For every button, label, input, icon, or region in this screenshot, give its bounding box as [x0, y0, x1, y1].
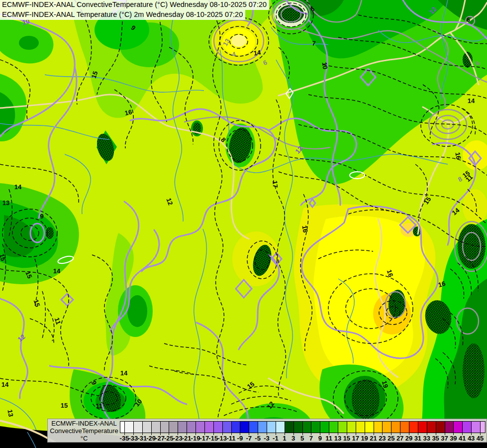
colorbar-cell	[374, 422, 383, 433]
colorbar-cell	[391, 422, 400, 433]
colorbar-cell	[205, 422, 214, 433]
colorbar-tick-label: -7	[246, 435, 252, 442]
title-block: ECMWF-INDEX-ANAL ConvectiveTemperature (…	[0, 0, 269, 20]
colorbar-tick-label: 33	[423, 435, 430, 442]
colorbar-cell	[143, 422, 152, 433]
legend-panel: ECMWF-INDEX-ANAL ConvectiveTemperature °…	[47, 419, 487, 443]
colorbar-tick-label: 9	[318, 435, 322, 442]
colorbar-cell	[267, 422, 276, 433]
colorbar-tick-label: -9	[237, 435, 243, 442]
colorbar-cell	[214, 422, 223, 433]
contour-map-canvas	[0, 0, 487, 448]
colorbar-cell	[409, 422, 418, 433]
colorbar-tick-label: -19	[191, 435, 200, 442]
colorbar-cell	[329, 422, 338, 433]
colorbar-cell	[169, 422, 178, 433]
colorbar-tick-label: 27	[396, 435, 403, 442]
colorbar-tick-label: 43	[468, 435, 475, 442]
colorbar-tick-label: 17	[352, 435, 359, 442]
colorbar-cell	[232, 422, 241, 433]
colorbar-tick-label: 35	[432, 435, 439, 442]
colorbar-cell	[454, 422, 463, 433]
colorbar-tick-label: 23	[379, 435, 386, 442]
colorbar-tick-label: -3	[264, 435, 270, 442]
colorbar-tick-label: -27	[155, 435, 165, 442]
colorbar-tick-label: -33	[128, 435, 138, 442]
colorbar-cell	[383, 422, 391, 433]
colorbar-tick-label: -1	[273, 435, 279, 442]
colorbar-tick-label: 15	[343, 435, 350, 442]
colorbar-cell	[134, 422, 143, 433]
colorbar	[120, 421, 486, 433]
colorbar-tick-label: 1	[283, 435, 286, 442]
colorbar-cell	[276, 422, 285, 433]
colorbar-cell	[152, 422, 161, 433]
colorbar-cell	[338, 422, 347, 433]
weather-map-screen: 1591610106766141513146417161212161411151…	[0, 0, 487, 448]
colorbar-tick-label: 21	[370, 435, 377, 442]
colorbar-cell	[178, 422, 187, 433]
colorbar-tick-label: -15	[208, 435, 218, 442]
colorbar-tick-label: 39	[450, 435, 457, 442]
legend-model-name: ECMWF-INDEX-ANAL	[48, 420, 120, 427]
colorbar-cell	[303, 422, 312, 433]
colorbar-tick-label: 45	[477, 435, 484, 442]
colorbar-cell	[365, 422, 374, 433]
colorbar-tick-label: -5	[255, 435, 261, 442]
colorbar-cell	[436, 422, 445, 433]
colorbar-tick-label: 13	[334, 435, 341, 442]
colorbar-cell	[463, 422, 472, 433]
legend-unit: °C	[48, 435, 120, 442]
colorbar-tick-label: -23	[173, 435, 183, 442]
colorbar-tick-label: -35	[120, 435, 129, 442]
colorbar-tick-label: -17	[199, 435, 209, 442]
colorbar-tick-label: 37	[441, 435, 448, 442]
colorbar-cell	[311, 422, 320, 433]
colorbar-tick-label: 41	[459, 435, 466, 442]
colorbar-tick-label: -11	[226, 435, 235, 442]
colorbar-tick-label: -31	[137, 435, 147, 442]
colorbar-cell	[125, 422, 134, 433]
colorbar-cell	[427, 422, 436, 433]
colorbar-cell	[400, 422, 409, 433]
colorbar-cell	[472, 422, 481, 433]
colorbar-tick-label: 7	[309, 435, 313, 442]
colorbar-tick-label: 29	[405, 435, 412, 442]
colorbar-cell	[223, 422, 232, 433]
colorbar-cell	[161, 422, 170, 433]
colorbar-cell	[445, 422, 454, 433]
colorbar-tick-label: 31	[414, 435, 421, 442]
title-line-convective: ECMWF-INDEX-ANAL ConvectiveTemperature (…	[0, 0, 269, 10]
colorbar-cell	[356, 422, 365, 433]
colorbar-cell	[240, 422, 249, 433]
colorbar-tick-label: 5	[300, 435, 304, 442]
colorbar-cell	[249, 422, 258, 433]
colorbar-tick-label: 11	[325, 435, 332, 442]
colorbar-cell	[294, 422, 303, 433]
colorbar-cell	[347, 422, 356, 433]
colorbar-tick-label: -13	[217, 435, 227, 442]
title-line-temperature-2m: ECMWF-INDEX-ANAL Temperature (°C) 2m Wed…	[0, 10, 245, 20]
colorbar-tick-label: -21	[182, 435, 192, 442]
colorbar-tick-label: 25	[388, 435, 394, 442]
colorbar-cell	[285, 422, 294, 433]
colorbar-tick-label: 19	[361, 435, 368, 442]
colorbar-cell	[258, 422, 267, 433]
colorbar-cell	[320, 422, 329, 433]
legend-parameter-name: ConvectiveTemperature	[48, 427, 120, 435]
colorbar-cell	[120, 422, 125, 433]
colorbar-tick-label: -25	[164, 435, 174, 442]
colorbar-cell	[418, 422, 427, 433]
legend-text-block: ECMWF-INDEX-ANAL ConvectiveTemperature °…	[48, 420, 120, 442]
bottom-black-strip	[47, 443, 487, 448]
colorbar-cell	[187, 422, 196, 433]
colorbar-cell	[481, 422, 485, 433]
colorbar-cell	[196, 422, 205, 433]
colorbar-tick-label: -29	[146, 435, 156, 442]
colorbar-tick-label: 3	[292, 435, 295, 442]
